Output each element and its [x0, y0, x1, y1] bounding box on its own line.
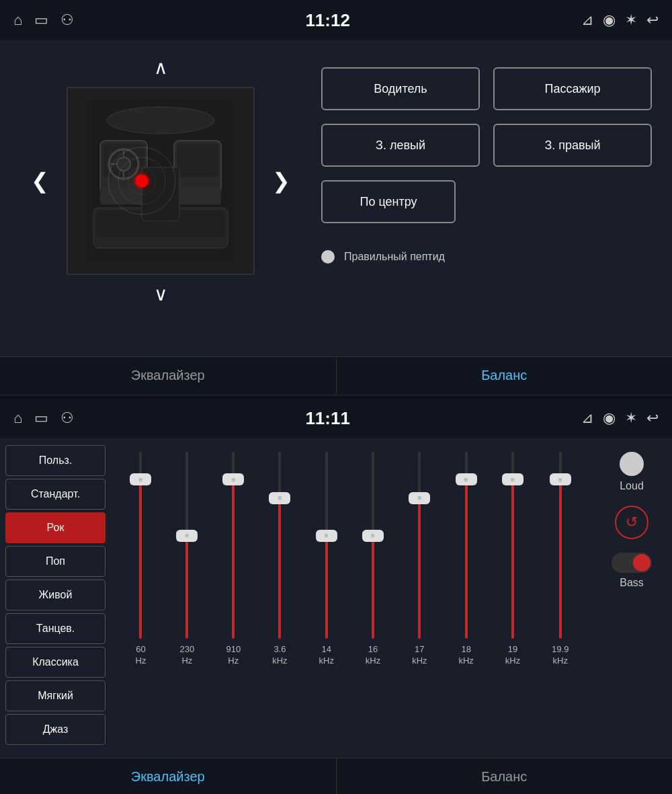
bass-toggle-dot [633, 554, 650, 571]
slider-col-3: 3.6 kHz [272, 452, 287, 667]
eq-sliders-area: 60 Hz230 Hz910 Hz3.6 kHz14 kHz16 kHz17 k… [111, 438, 591, 761]
cast-icon[interactable]: ⊿ [581, 11, 593, 29]
eq-preset-2[interactable]: Рок [5, 512, 106, 543]
bottom-tabs: Эквалайзер Баланс [0, 758, 672, 794]
arrow-right-button[interactable]: ❯ [261, 165, 301, 196]
slider-thumb-5[interactable] [362, 530, 384, 542]
tab-equalizer-top[interactable]: Эквалайзер [0, 357, 337, 394]
bass-toggle[interactable] [612, 553, 652, 573]
slider-fill-2 [232, 480, 235, 639]
cast-icon-2[interactable]: ⊿ [581, 409, 593, 427]
passenger-button[interactable]: Пассажир [493, 67, 652, 110]
sound-position-dot[interactable] [135, 174, 149, 188]
slider-track-wrapper-5[interactable] [366, 452, 380, 639]
slider-track-wrapper-9[interactable] [553, 452, 568, 639]
slider-track-wrapper-0[interactable] [133, 452, 148, 639]
tab-balance-bottom[interactable]: Баланс [337, 758, 673, 794]
rear-left-button[interactable]: З. левый [321, 124, 480, 167]
slider-thumb-9[interactable] [550, 473, 571, 485]
eq-preset-6[interactable]: Классика [5, 647, 106, 678]
slider-track-3 [278, 452, 281, 639]
slider-thumb-7[interactable] [456, 473, 477, 485]
car-section: ∧ ❮ [20, 54, 301, 343]
reset-button[interactable]: ↺ [615, 506, 648, 539]
arrow-left-button[interactable]: ❮ [20, 165, 60, 196]
eq-preset-8[interactable]: Джаз [5, 714, 106, 745]
slider-thumb-2[interactable] [222, 473, 244, 485]
screen-icon-2[interactable]: ▭ [34, 409, 48, 427]
slider-thumb-0[interactable] [130, 473, 151, 485]
slider-label-2: 910 Hz [226, 644, 241, 667]
usb-icon-2[interactable]: ⚇ [60, 409, 74, 427]
center-button[interactable]: По центру [321, 180, 456, 223]
sliders-container: 60 Hz230 Hz910 Hz3.6 kHz14 kHz16 kHz17 k… [118, 445, 585, 674]
driver-button[interactable]: Водитель [321, 67, 480, 110]
slider-thumb-3[interactable] [269, 492, 290, 504]
back-icon[interactable]: ↩ [646, 11, 659, 29]
status-bar-left-icons: ⌂ ▭ ⚇ [13, 11, 74, 29]
subtitle-text: Правильный пептид [344, 251, 445, 263]
seat-buttons-section: Водитель Пассажир З. левый З. правый По … [321, 54, 652, 343]
screen-icon[interactable]: ▭ [34, 11, 48, 29]
slider-thumb-4[interactable] [316, 530, 337, 542]
top-tabs: Эквалайзер Баланс [0, 356, 672, 394]
slider-track-9 [559, 452, 562, 639]
slider-track-wrapper-6[interactable] [412, 452, 427, 639]
slider-track-4 [325, 452, 328, 639]
rear-right-button[interactable]: З. правый [493, 124, 652, 167]
slider-track-wrapper-1[interactable] [179, 452, 194, 639]
location-icon-2[interactable]: ◉ [603, 409, 616, 427]
home-icon-2[interactable]: ⌂ [13, 409, 22, 427]
eq-preset-7[interactable]: Мягкий [5, 680, 106, 711]
slider-thumb-6[interactable] [409, 492, 430, 504]
slider-track-2 [232, 452, 235, 639]
tab-equalizer-bottom[interactable]: Эквалайзер [0, 758, 337, 794]
slider-label-8: 19 kHz [505, 644, 520, 667]
eq-preset-1[interactable]: Стандарт. [5, 479, 106, 510]
eq-preset-list: Польз.Стандарт.РокПопЖивойТанцев.Классик… [0, 438, 111, 761]
loud-label: Loud [620, 480, 644, 492]
slider-track-5 [372, 452, 374, 639]
slider-col-5: 16 kHz [366, 452, 380, 667]
home-icon[interactable]: ⌂ [13, 11, 22, 29]
bottom-status-right: ⊿ ◉ ✶ ↩ [581, 409, 659, 427]
bass-label: Bass [620, 577, 644, 589]
slider-track-wrapper-2[interactable] [226, 452, 241, 639]
eq-preset-3[interactable]: Поп [5, 546, 106, 577]
bluetooth-icon-2[interactable]: ✶ [625, 409, 637, 427]
slider-track-wrapper-8[interactable] [505, 452, 520, 639]
slider-track-wrapper-4[interactable] [319, 452, 334, 639]
slider-fill-5 [372, 536, 374, 639]
slider-col-6: 17 kHz [412, 452, 427, 667]
loud-indicator[interactable] [620, 452, 644, 476]
arrow-up-button[interactable]: ∧ [146, 54, 176, 81]
eq-content: Польз.Стандарт.РокПопЖивойТанцев.Классик… [0, 438, 672, 761]
slider-track-8 [511, 452, 514, 639]
top-status-bar: ⌂ ▭ ⚇ 11:12 ⊿ ◉ ✶ ↩ [0, 0, 672, 40]
slider-fill-1 [185, 536, 188, 639]
slider-thumb-8[interactable] [502, 473, 523, 485]
eq-preset-5[interactable]: Танцев. [5, 613, 106, 644]
slider-track-wrapper-3[interactable] [272, 452, 287, 639]
slider-track-7 [465, 452, 468, 639]
eq-preset-4[interactable]: Живой [5, 580, 106, 610]
slider-fill-0 [139, 480, 142, 639]
slider-col-9: 19.9 kHz [552, 452, 569, 667]
location-icon[interactable]: ◉ [603, 11, 616, 29]
slider-label-7: 18 kHz [458, 644, 473, 667]
slider-label-4: 14 kHz [319, 644, 334, 667]
usb-icon[interactable]: ⚇ [60, 11, 74, 29]
back-icon-2[interactable]: ↩ [646, 409, 659, 427]
bluetooth-icon[interactable]: ✶ [625, 11, 637, 29]
slider-fill-8 [511, 480, 514, 639]
slider-track-wrapper-7[interactable] [459, 452, 474, 639]
eq-right-controls: Loud ↺ Bass [591, 438, 672, 761]
tab-balance-top[interactable]: Баланс [337, 357, 673, 394]
slider-track-6 [418, 452, 421, 639]
arrow-down-button[interactable]: ∨ [146, 280, 176, 308]
slider-fill-7 [465, 480, 468, 639]
eq-preset-0[interactable]: Польз. [5, 445, 106, 476]
top-main-content: ∧ ❮ [0, 40, 672, 356]
slider-thumb-1[interactable] [176, 530, 198, 542]
slider-label-3: 3.6 kHz [272, 644, 287, 667]
